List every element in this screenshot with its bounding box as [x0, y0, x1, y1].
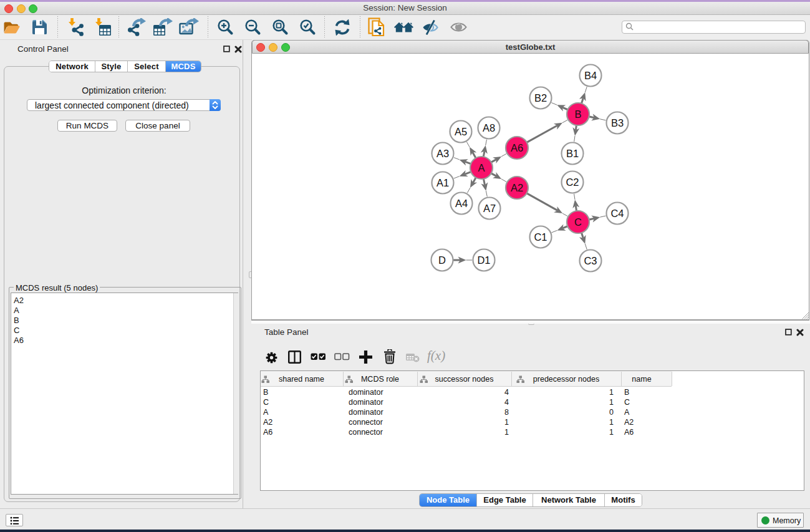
svg-text:C1: C1 [534, 231, 547, 243]
svg-text:D1: D1 [477, 254, 490, 266]
svg-text:B3: B3 [611, 117, 624, 128]
svg-text:A6: A6 [511, 142, 523, 153]
svg-text:A8: A8 [483, 122, 495, 133]
svg-text:C2: C2 [566, 177, 579, 188]
svg-text:C: C [574, 216, 582, 228]
svg-text:A1: A1 [436, 177, 449, 188]
svg-text:B: B [574, 109, 581, 120]
svg-text:C4: C4 [610, 208, 624, 219]
svg-text:C3: C3 [584, 255, 597, 266]
svg-text:B4: B4 [584, 70, 597, 81]
svg-text:A7: A7 [483, 203, 496, 214]
svg-text:A: A [478, 162, 485, 173]
svg-text:A5: A5 [455, 126, 467, 137]
svg-text:A2: A2 [511, 182, 523, 193]
svg-text:B1: B1 [566, 148, 579, 159]
svg-text:D: D [438, 254, 446, 266]
svg-text:A3: A3 [436, 148, 449, 159]
svg-text:B2: B2 [534, 92, 547, 104]
svg-text:A4: A4 [455, 198, 468, 209]
